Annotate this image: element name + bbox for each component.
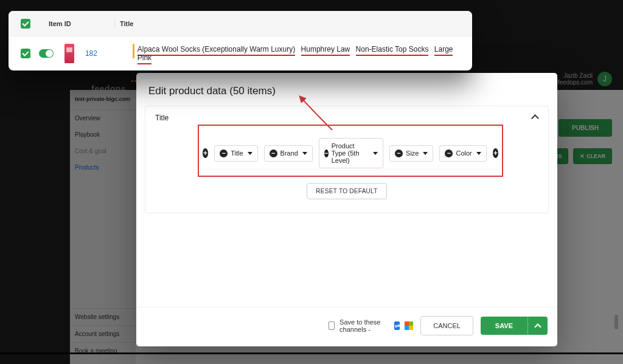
save-channels-label: Save to these channels - — [339, 318, 389, 333]
save-channels: Save to these channels - ⇄ — [329, 318, 413, 333]
sidebar-bottom: Website settings Account settings Book a… — [70, 308, 136, 359]
edit-product-modal: Edit product data (50 items) Title + − T… — [136, 73, 557, 346]
caret-down-icon — [248, 152, 252, 155]
save-dropdown-button[interactable] — [527, 317, 548, 335]
modal-title: Edit product data (50 items) — [136, 73, 557, 106]
avatar[interactable]: J — [597, 72, 612, 86]
sidebar-item-book-meeting[interactable]: Book a meeting — [70, 342, 136, 359]
column-separator — [114, 19, 115, 29]
save-button[interactable]: SAVE — [481, 317, 527, 335]
row-title-text: Alpaca Wool Socks (Exceptionally Warm Lu… — [137, 45, 472, 62]
add-token-left-button[interactable]: + — [203, 148, 208, 158]
panel-header[interactable]: Title — [150, 114, 543, 125]
sidebar-item-cost-goal[interactable]: Cost & goal — [70, 143, 136, 159]
caret-down-icon — [373, 152, 378, 155]
sidebar-item-playbook[interactable]: Playbook — [70, 126, 136, 143]
add-token-right-button[interactable]: + — [493, 148, 498, 158]
token-product-type[interactable]: − Product Type (5th Level) — [319, 138, 383, 168]
sidebar-item-overview[interactable]: Overview — [70, 110, 136, 126]
user-menu[interactable]: Jazib Zaidi @feedops.com J — [552, 72, 612, 86]
remove-icon[interactable]: − — [220, 149, 228, 157]
token-title[interactable]: − Title — [214, 145, 257, 162]
row-title-cell: Alpaca Wool Socks (Exceptionally Warm Lu… — [137, 45, 472, 62]
remove-icon[interactable]: − — [445, 149, 453, 157]
row-checkbox[interactable] — [21, 49, 30, 58]
microsoft-channel-icon[interactable] — [405, 321, 413, 330]
select-all-checkbox[interactable] — [21, 19, 30, 29]
save-button-group: SAVE — [481, 317, 548, 335]
chevron-up-icon[interactable] — [531, 114, 538, 122]
sidebar-item-account-settings[interactable]: Account settings — [70, 325, 136, 342]
save-channels-checkbox[interactable] — [329, 321, 335, 330]
cancel-button[interactable]: CANCEL — [420, 316, 473, 335]
row-header: Item ID Title — [9, 11, 472, 36]
clear-button[interactable]: ✕ CLEAR — [573, 148, 612, 164]
sidebar: test-private-bigc.com Overview Playbook … — [70, 90, 136, 364]
user-name: Jazib Zaidi — [552, 72, 593, 79]
sidebar-item-website-settings[interactable]: Website settings — [70, 308, 136, 325]
remove-icon[interactable]: − — [395, 149, 403, 157]
col-title: Title — [120, 20, 133, 27]
token-brand[interactable]: − Brand — [264, 145, 313, 162]
google-channel-icon[interactable]: ⇄ — [394, 321, 400, 330]
reset-row: RESET TO DEFAULT — [150, 177, 543, 199]
page-bottom-edge — [0, 352, 623, 354]
site-label: test-private-bigc.com — [70, 90, 136, 110]
token-size[interactable]: − Size — [389, 145, 433, 162]
modal-footer: Save to these channels - ⇄ CANCEL SAVE — [136, 307, 557, 346]
sidebar-item-products[interactable]: Products — [70, 159, 136, 176]
caret-down-icon — [302, 152, 307, 155]
table-row[interactable]: 182 Alpaca Wool Socks (Exceptionally War… — [9, 36, 472, 70]
row-enabled-toggle[interactable] — [39, 49, 54, 58]
reset-default-button[interactable]: RESET TO DEFAULT — [307, 183, 386, 199]
user-email: @feedops.com — [552, 79, 593, 86]
product-thumbnail — [64, 44, 74, 63]
token-color[interactable]: − Color — [439, 145, 486, 162]
publish-button[interactable]: PUBLISH — [559, 119, 612, 137]
modal-body: Title + − Title − Brand − Product Type ( — [136, 106, 557, 307]
remove-icon[interactable]: − — [324, 149, 329, 157]
scrollbar[interactable] — [614, 315, 618, 329]
user-info: Jazib Zaidi @feedops.com — [552, 72, 593, 86]
title-panel: Title + − Title − Brand − Product Type ( — [145, 106, 549, 213]
caret-down-icon — [423, 152, 428, 155]
remove-icon[interactable]: − — [270, 149, 277, 157]
item-id-link[interactable]: 182 — [85, 49, 119, 58]
col-item-id: Item ID — [49, 20, 110, 27]
publish-row: PUBLISH — [559, 119, 612, 137]
title-edit-indicator-icon — [133, 44, 134, 58]
caret-down-icon — [476, 152, 481, 155]
panel-title-label: Title — [155, 114, 169, 122]
product-row-preview: Item ID Title 182 Alpaca Wool Socks (Exc… — [9, 11, 472, 70]
title-tokens-row: + − Title − Brand − Product Type (5th Le… — [198, 125, 503, 177]
